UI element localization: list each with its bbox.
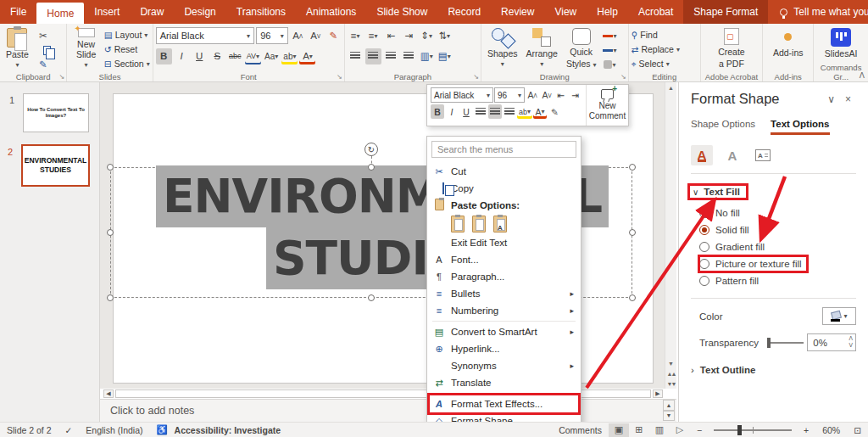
slide-1-thumbnail[interactable]: How To Convert Text To Images? xyxy=(23,93,89,132)
change-case-button[interactable]: Aa▾ xyxy=(263,48,280,64)
zoom-slider-thumb[interactable] xyxy=(737,425,742,435)
spin-up-icon[interactable]: ᐱ xyxy=(849,335,853,342)
menu-item-exit-edit-text[interactable]: Exit Edit Text xyxy=(427,234,581,251)
format-painter-button[interactable]: ✎ xyxy=(34,59,53,70)
paste-keep-source-button[interactable] xyxy=(472,216,486,233)
slide-number-indicator[interactable]: Slide 2 of 2 xyxy=(0,425,58,435)
layout-button[interactable]: ▤Layout▾ xyxy=(104,28,150,42)
tab-acrobat[interactable]: Acrobat xyxy=(628,0,683,24)
collapse-ribbon-button[interactable]: ᐱ xyxy=(860,71,865,80)
fit-to-window-button[interactable]: ⊡ xyxy=(847,425,868,435)
tab-review[interactable]: Review xyxy=(491,0,544,24)
tab-file[interactable]: File xyxy=(0,0,36,24)
shape-fill-button[interactable]: ▾ xyxy=(601,30,618,42)
rotate-handle[interactable]: ↻ xyxy=(364,143,378,156)
tab-record[interactable]: Record xyxy=(437,0,491,24)
line-spacing-button[interactable]: ⇕▾ xyxy=(419,28,435,44)
menu-item-copy[interactable]: Copy xyxy=(427,180,581,197)
drawing-dialog-launcher[interactable]: ↘ xyxy=(620,73,626,81)
align-left-button[interactable] xyxy=(348,48,364,64)
convert-smartart-button[interactable]: ▤▾ xyxy=(437,48,453,64)
proofing-status-icon[interactable]: ✓ xyxy=(58,425,80,435)
tell-me-search[interactable]: Tell me what you want to do xyxy=(780,0,868,24)
find-button[interactable]: ⚲Find xyxy=(632,28,698,42)
addins-button[interactable]: Add-ins xyxy=(770,26,807,70)
panel-chevron-down-icon[interactable]: ∨ xyxy=(822,93,840,105)
mini-new-comment-button[interactable]: New Comment xyxy=(586,85,628,126)
resize-handle-s[interactable] xyxy=(368,294,375,301)
resize-handle-nw[interactable] xyxy=(107,164,114,171)
bullets-button[interactable]: ≡▾ xyxy=(348,28,364,44)
tab-slide-show[interactable]: Slide Show xyxy=(366,0,437,24)
mini-bold-button[interactable]: B xyxy=(431,104,444,119)
paste-keep-text-only-button[interactable]: A xyxy=(493,216,507,233)
menu-item-format-text-effects[interactable]: AFormat Text Effects... xyxy=(427,395,581,412)
radio-no-fill[interactable]: No fill xyxy=(699,204,745,221)
shapes-button[interactable]: Shapes ▾ xyxy=(484,26,521,70)
mini-align-right-button[interactable] xyxy=(503,104,516,119)
notes-scroll-up[interactable]: ▲ xyxy=(663,400,675,411)
radio-picture-or-texture-fill[interactable]: Picture or texture fill xyxy=(699,255,807,272)
paste-button[interactable]: Paste ▾ xyxy=(3,26,32,70)
italic-button[interactable]: I xyxy=(174,48,190,64)
replace-button[interactable]: ⇄Replace▾ xyxy=(632,42,698,56)
shape-effects-button[interactable]: ▾ xyxy=(601,59,618,70)
transparency-value-box[interactable]: 0% ᐱᐯ xyxy=(807,333,856,351)
font-family-combo[interactable]: Arial Black▾ xyxy=(156,27,254,44)
justify-button[interactable] xyxy=(401,48,417,64)
scroll-right-button[interactable]: ▶ xyxy=(653,389,663,398)
menu-item-convert-to-smartart[interactable]: ▤Convert to SmartArt▸ xyxy=(427,323,581,340)
resize-handle-w[interactable] xyxy=(107,229,114,236)
create-pdf-button[interactable]: ▢ Create a PDF xyxy=(715,26,748,70)
font-color-button[interactable]: A▾ xyxy=(299,48,315,64)
quick-styles-button[interactable]: Quick Styles ▾ xyxy=(563,26,600,70)
radio-gradient-fill[interactable]: Gradient fill xyxy=(699,238,770,255)
copy-button[interactable] xyxy=(34,44,53,56)
resize-handle-n[interactable] xyxy=(368,164,375,171)
tab-design[interactable]: Design xyxy=(174,0,225,24)
radio-solid-fill[interactable]: Solid fill xyxy=(699,221,754,238)
menu-search-input[interactable] xyxy=(431,141,576,158)
transparency-slider[interactable] xyxy=(767,342,804,344)
resize-handle-e[interactable] xyxy=(629,229,636,236)
previous-slide-button[interactable]: ▲▲ xyxy=(665,368,676,378)
mini-increase-indent-button[interactable]: ⇥ xyxy=(569,88,582,103)
reading-view-button[interactable]: ▥ xyxy=(649,423,670,437)
text-direction-button[interactable]: ⇅▾ xyxy=(437,28,453,44)
character-spacing-button[interactable]: AV▾ xyxy=(245,48,261,64)
slideshow-button[interactable]: ▷ xyxy=(670,423,690,437)
menu-item-translate[interactable]: ⇄Translate xyxy=(427,374,581,391)
highlight-color-button[interactable]: ab▾ xyxy=(281,48,298,64)
tab-view[interactable]: View xyxy=(544,0,587,24)
shrink-font-button[interactable]: Aᐯ xyxy=(308,28,324,44)
menu-item-font[interactable]: AFont... xyxy=(427,251,581,268)
menu-item-bullets[interactable]: ≡Bullets▸ xyxy=(427,285,581,302)
font-dialog-launcher[interactable]: ↘ xyxy=(337,73,342,81)
text-effects-button[interactable]: A xyxy=(721,145,743,165)
zoom-level[interactable]: 60% xyxy=(815,425,847,435)
tab-text-options[interactable]: Text Options xyxy=(771,119,829,135)
arrange-button[interactable]: Arrange ▾ xyxy=(523,26,561,70)
resize-handle-se[interactable] xyxy=(629,294,636,301)
textbox-button[interactable]: A xyxy=(752,145,774,165)
zoom-slider[interactable] xyxy=(714,429,792,431)
radio-pattern-fill[interactable]: Pattern fill xyxy=(699,272,764,289)
mini-highlight-button[interactable]: ab▾ xyxy=(517,104,532,119)
mini-align-left-button[interactable] xyxy=(474,104,487,119)
section-button[interactable]: ⊟Section▾ xyxy=(104,57,150,70)
reset-button[interactable]: ↺Reset xyxy=(104,42,150,56)
underline-button[interactable]: U xyxy=(192,48,208,64)
tab-shape-format[interactable]: Shape Format xyxy=(683,0,768,24)
scroll-up-button[interactable]: ▲ xyxy=(665,82,676,92)
mini-shrink-font-button[interactable]: Aᐯ xyxy=(540,88,554,103)
menu-item-paragraph[interactable]: ¶Paragraph... xyxy=(427,268,581,285)
decrease-indent-button[interactable]: ⇤ xyxy=(383,28,399,44)
comments-button[interactable]: Comments xyxy=(552,425,609,435)
bold-button[interactable]: B xyxy=(156,48,172,64)
clear-formatting-button[interactable]: ✎ xyxy=(326,28,342,44)
select-button[interactable]: ⌖Select▾ xyxy=(632,57,698,70)
notes-scroll-down[interactable]: ▼ xyxy=(663,411,675,422)
next-slide-button[interactable]: ▼▼ xyxy=(665,378,676,389)
text-fill-outline-button[interactable]: A xyxy=(691,145,713,165)
menu-item-hyperlink[interactable]: ⊕Hyperlink... xyxy=(427,340,581,357)
